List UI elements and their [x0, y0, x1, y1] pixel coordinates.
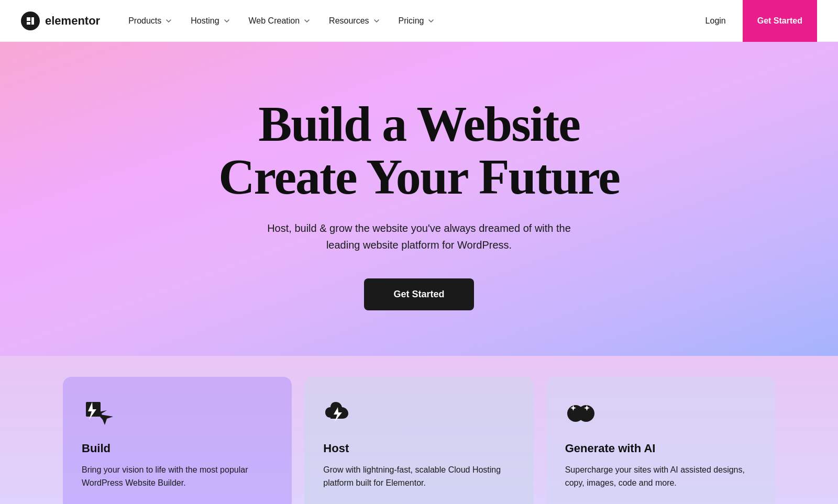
hero-section: Build a Website Create Your Future Host,… [0, 42, 838, 356]
cards-section: Build Bring your vision to life with the… [0, 356, 838, 504]
chevron-down-icon [372, 17, 381, 25]
card-host-desc: Grow with lightning-fast, scalable Cloud… [323, 464, 514, 490]
card-build[interactable]: Build Bring your vision to life with the… [63, 377, 292, 504]
nav-menu: Products Hosting Web Creation Resources … [121, 12, 697, 30]
login-button[interactable]: Login [697, 12, 734, 30]
nav-item-pricing[interactable]: Pricing [391, 12, 443, 30]
get-started-nav-button[interactable]: Get Started [743, 0, 817, 42]
chevron-down-icon [427, 17, 435, 25]
nav-item-hosting[interactable]: Hosting [183, 12, 238, 30]
svg-rect-2 [31, 17, 34, 25]
card-build-title: Build [82, 442, 273, 455]
brand-name: elementor [45, 14, 100, 28]
hero-subtitle: Host, build & grow the website you've al… [262, 220, 576, 253]
logo-link[interactable]: elementor [21, 12, 100, 30]
nav-actions: Login Get Started [697, 0, 817, 42]
card-ai-desc: Supercharge your sites with AI assisted … [565, 464, 756, 490]
hero-cta-button[interactable]: Get Started [364, 278, 473, 310]
ai-icon [565, 398, 597, 429]
chevron-down-icon [303, 17, 311, 25]
card-build-desc: Bring your vision to life with the most … [82, 464, 273, 490]
nav-item-resources[interactable]: Resources [322, 12, 388, 30]
svg-rect-0 [27, 17, 30, 21]
logo-icon [21, 12, 40, 30]
svg-marker-4 [101, 415, 113, 425]
build-icon [82, 398, 113, 429]
nav-item-web-creation[interactable]: Web Creation [241, 12, 319, 30]
host-icon [323, 398, 355, 429]
svg-rect-1 [27, 22, 30, 25]
navbar: elementor Products Hosting Web Creation … [0, 0, 838, 42]
hero-title: Build a Website Create Your Future [218, 98, 620, 204]
card-ai[interactable]: Generate with AI Supercharge your sites … [546, 377, 775, 504]
card-host[interactable]: Host Grow with lightning-fast, scalable … [304, 377, 533, 504]
card-host-title: Host [323, 442, 514, 455]
card-ai-title: Generate with AI [565, 442, 756, 455]
chevron-down-icon [223, 17, 231, 25]
nav-item-products[interactable]: Products [121, 12, 180, 30]
chevron-down-icon [164, 17, 173, 25]
